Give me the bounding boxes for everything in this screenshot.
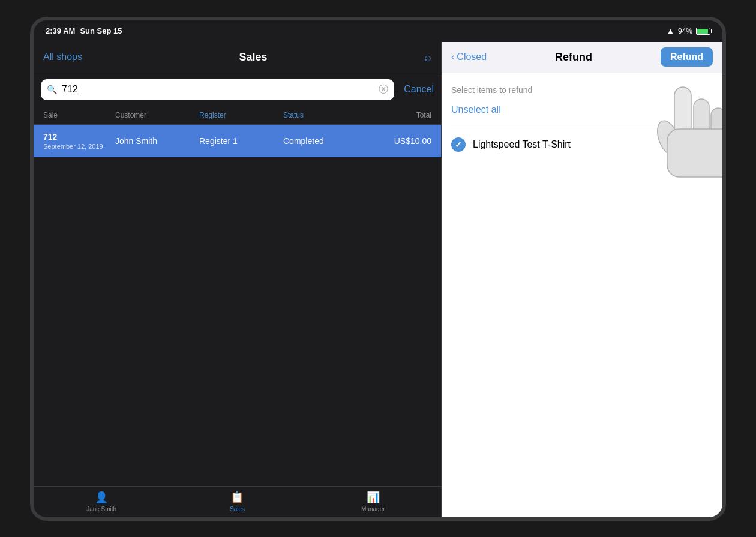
tab-jane-smith-label: Jane Smith (86, 506, 116, 512)
battery-fill (697, 29, 708, 34)
search-icon: 🔍 (47, 85, 57, 94)
refund-item[interactable]: ✓ Lightspeed Test T-Shirt (451, 130, 713, 159)
col-header-total: Total (367, 111, 431, 119)
col-header-status[interactable]: Status (283, 111, 367, 119)
sales-icon: 📋 (230, 491, 244, 504)
sales-nav-bar: All shops Sales ⌕ (34, 42, 441, 73)
sales-panel: All shops Sales ⌕ 🔍 ⓧ Cancel Sale Custom… (34, 42, 442, 517)
status-right-icons: ▲ 94% (667, 26, 710, 35)
refund-item-name: Lightspeed Test T-Shirt (473, 139, 571, 150)
search-cancel-button[interactable]: Cancel (399, 84, 434, 95)
battery-icon (696, 28, 710, 35)
sale-number-cell: 712 September 12, 2019 (43, 132, 115, 150)
table-row[interactable]: 712 September 12, 2019 John Smith Regist… (34, 125, 441, 157)
refund-divider (451, 125, 713, 125)
manager-icon: 📊 (367, 491, 380, 504)
status-date: Sun Sep 15 (80, 26, 122, 35)
status-value: Completed (283, 136, 324, 146)
table-header: Sale Customer Register Status Total (34, 106, 441, 125)
refund-action-button[interactable]: Refund (661, 47, 713, 67)
unselect-all-button[interactable]: Unselect all (451, 104, 501, 115)
register-value: Register 1 (199, 136, 238, 146)
all-shops-button[interactable]: All shops (43, 52, 82, 62)
ipad-frame: 2:39 AM Sun Sep 15 ▲ 94% All shops Sales… (30, 17, 726, 521)
refund-subtitle: Select items to refund (451, 85, 713, 95)
refund-content: Select items to refund Unselect all ✓ Li… (442, 73, 722, 517)
tab-bar: 👤 Jane Smith 📋 Sales 📊 Manager (34, 486, 441, 517)
wifi-icon: ▲ (667, 26, 674, 35)
search-toggle-button[interactable]: ⌕ (424, 50, 431, 64)
sales-title: Sales (239, 51, 267, 64)
person-icon: 👤 (95, 491, 108, 504)
chevron-left-icon: ‹ (451, 52, 454, 62)
sale-number: 712 (43, 132, 115, 142)
customer-cell: John Smith (115, 136, 199, 146)
refund-title: Refund (555, 51, 592, 64)
total-value: US$10.00 (394, 136, 431, 146)
closed-back-button[interactable]: ‹ Closed (451, 52, 487, 62)
tab-manager-label: Manager (361, 506, 385, 512)
sales-table-body: 712 September 12, 2019 John Smith Regist… (34, 125, 441, 486)
status-cell: Completed (283, 136, 367, 146)
checkmark-icon: ✓ (455, 140, 462, 149)
tab-jane-smith[interactable]: 👤 Jane Smith (34, 491, 169, 512)
customer-name: John Smith (115, 136, 157, 146)
col-header-register[interactable]: Register (199, 111, 283, 119)
battery-percentage: 94% (678, 27, 692, 35)
register-cell: Register 1 (199, 136, 283, 146)
tab-sales[interactable]: 📋 Sales (169, 491, 305, 512)
total-cell: US$10.00 (367, 136, 431, 146)
item-checkbox-checked[interactable]: ✓ (451, 137, 466, 152)
refund-panel: ‹ Closed Refund Refund Select items to r… (442, 42, 722, 517)
search-input-wrapper: 🔍 ⓧ (41, 79, 394, 100)
col-header-sale: Sale (43, 111, 115, 119)
search-input[interactable] (62, 84, 374, 95)
sale-date: September 12, 2019 (43, 143, 115, 150)
tab-sales-label: Sales (230, 506, 245, 512)
refund-nav-bar: ‹ Closed Refund Refund (442, 42, 722, 73)
tab-manager[interactable]: 📊 Manager (305, 491, 441, 512)
status-bar: 2:39 AM Sun Sep 15 ▲ 94% (34, 20, 722, 42)
search-bar-container: 🔍 ⓧ Cancel (34, 73, 441, 106)
search-clear-button[interactable]: ⓧ (379, 83, 388, 96)
col-header-customer: Customer (115, 111, 199, 119)
closed-back-label: Closed (457, 52, 487, 62)
main-content: All shops Sales ⌕ 🔍 ⓧ Cancel Sale Custom… (34, 42, 722, 517)
status-time: 2:39 AM (46, 26, 75, 35)
